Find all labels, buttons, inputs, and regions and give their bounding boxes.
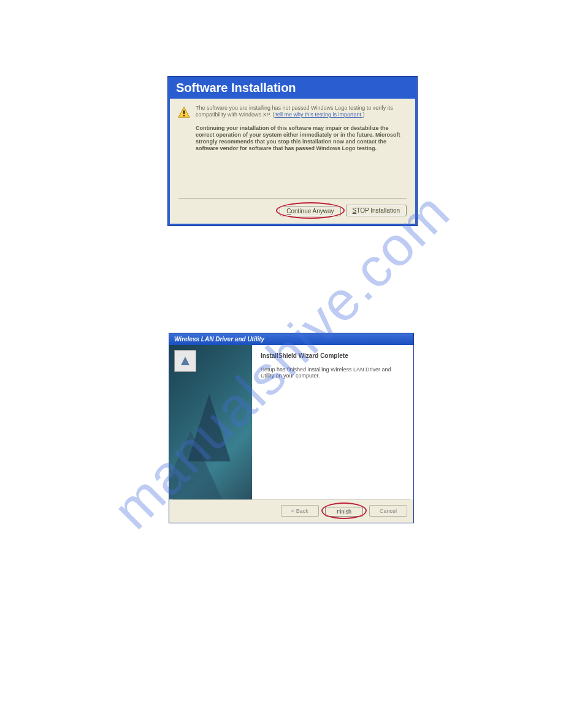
warning-icon: [177, 105, 196, 153]
dialog-body: The software you are installing has not …: [170, 99, 415, 155]
testing-important-link[interactable]: Tell me why this testing is important.: [274, 112, 362, 118]
wizard-sidebar-image: [169, 345, 252, 499]
dialog-main: InstallShield Wizard Complete Setup has …: [169, 345, 413, 499]
continue-highlight: Continue Anyway: [280, 205, 340, 216]
button-row: Continue Anyway STOP Installation: [170, 199, 415, 224]
dialog-title: Wireless LAN Driver and Utility: [169, 333, 413, 345]
dialog-title: Software Installation: [170, 78, 415, 99]
svg-rect-2: [183, 115, 185, 116]
para2: Continuing your installation of this sof…: [196, 125, 407, 153]
installshield-dialog: Wireless LAN Driver and Utility InstallS…: [169, 333, 414, 523]
finish-button[interactable]: Finish: [325, 507, 363, 517]
finish-highlight: Finish: [325, 505, 363, 517]
dialog-text: The software you are installing has not …: [196, 105, 407, 153]
software-installation-dialog: Software Installation The software you a…: [168, 77, 417, 226]
cancel-button[interactable]: Cancel: [369, 505, 407, 517]
stop-installation-button[interactable]: STOP Installation: [346, 205, 407, 216]
back-button[interactable]: < Back: [281, 505, 319, 517]
para1-b: ): [362, 112, 364, 118]
button-row: < Back Finish Cancel: [169, 500, 413, 523]
wizard-body-text: Setup has finished installing Wireless L…: [261, 366, 405, 379]
svg-rect-1: [183, 110, 185, 114]
continue-anyway-button[interactable]: Continue Anyway: [280, 206, 340, 216]
installshield-logo-icon: [174, 350, 196, 372]
wizard-heading: InstallShield Wizard Complete: [261, 352, 405, 359]
wizard-content: InstallShield Wizard Complete Setup has …: [252, 345, 413, 499]
